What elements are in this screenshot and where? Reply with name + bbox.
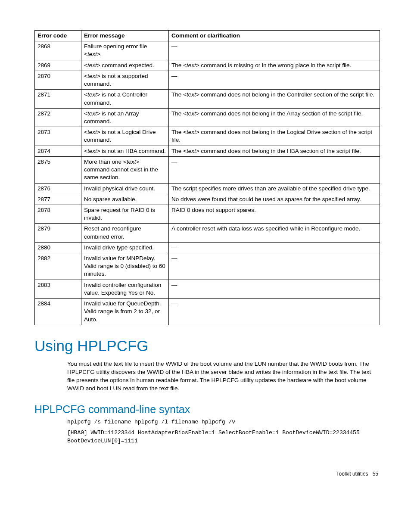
header-error-code: Error code — [35, 31, 81, 41]
cell-comment: — — [169, 41, 380, 60]
heading-command-line-syntax: HPLPCFG command-line syntax — [34, 403, 380, 416]
cell-error-code: 2882 — [35, 253, 81, 280]
cell-error-code: 2868 — [35, 41, 81, 60]
cell-comment: — — [169, 253, 380, 280]
header-error-message: Error message — [81, 31, 169, 41]
cell-error-message: Reset and reconfigure combined error. — [81, 224, 169, 242]
table-row: 2877No spares available.No drives were f… — [35, 194, 380, 205]
cell-error-code: 2869 — [35, 60, 81, 71]
cell-error-code: 2878 — [35, 205, 81, 223]
cell-error-message: <text> is not a Logical Drive command. — [81, 127, 169, 146]
cell-comment: — — [169, 280, 380, 298]
cell-error-code: 2870 — [35, 71, 81, 89]
cell-comment: RAID 0 does not support spares. — [169, 205, 380, 223]
table-header-row: Error code Error message Comment or clar… — [35, 31, 380, 41]
table-row: 2870<text> is not a supported command.— — [35, 71, 380, 89]
cell-error-message: Invalid physical drive count. — [81, 183, 169, 194]
cell-error-message: <text> command expected. — [81, 60, 169, 71]
table-row: 2873<text> is not a Logical Drive comman… — [35, 127, 380, 146]
table-row: 2884Invalid value for QueueDepth. Valid … — [35, 299, 380, 325]
page-footer: Toolkit utilities 55 — [34, 471, 380, 477]
cell-error-code: 2873 — [35, 127, 81, 146]
footer-label: Toolkit utilities — [336, 471, 368, 477]
cell-error-message: <text> is not an Array command. — [81, 108, 169, 127]
cell-comment: The <text> command does not belong in th… — [169, 146, 380, 156]
table-row: 2882Invalid value for MNPDelay. Valid ra… — [35, 253, 380, 280]
cell-error-message: <text> is not a Controller command. — [81, 90, 169, 108]
table-row: 2868Failure opening error file <text>.— — [35, 41, 380, 60]
cell-error-message: Failure opening error file <text>. — [81, 41, 169, 60]
table-row: 2883Invalid controller configuration val… — [35, 280, 380, 298]
table-row: 2871<text> is not a Controller command.T… — [35, 90, 380, 108]
cell-comment: — — [169, 242, 380, 253]
cell-error-code: 2880 — [35, 242, 81, 253]
cell-comment: — — [169, 71, 380, 89]
cell-error-message: <text> is not an HBA command. — [81, 146, 169, 156]
table-row: 2880Invalid drive type specified.— — [35, 242, 380, 253]
table-row: 2872<text> is not an Array command.The <… — [35, 108, 380, 127]
error-code-table: Error code Error message Comment or clar… — [34, 30, 380, 325]
table-row: 2879Reset and reconfigure combined error… — [35, 224, 380, 242]
cell-error-message: More than one <text> command cannot exis… — [81, 156, 169, 183]
cell-comment: The <text> command is missing or in the … — [169, 60, 380, 71]
cell-error-message: Invalid controller configuration value. … — [81, 280, 169, 298]
cell-comment: A controller reset with data loss was sp… — [169, 224, 380, 242]
cell-error-code: 2877 — [35, 194, 81, 205]
table-row: 2878Spare request for RAID 0 is invalid.… — [35, 205, 380, 223]
table-row: 2874<text> is not an HBA command.The <te… — [35, 146, 380, 156]
header-comment: Comment or clarification — [169, 31, 380, 41]
cell-comment: — — [169, 299, 380, 325]
cell-error-message: Invalid value for QueueDepth. Valid rang… — [81, 299, 169, 325]
table-row: 2876Invalid physical drive count.The scr… — [35, 183, 380, 194]
heading-using-hplpcfg: Using HPLPCFG — [34, 337, 380, 355]
cell-comment: The script specifies more drives than ar… — [169, 183, 380, 194]
code-line-2: [HBA0] WWID=11223344 HostAdapterBiosEnab… — [67, 429, 380, 445]
cell-error-code: 2875 — [35, 156, 81, 183]
section1-body: You must edit the text file to insert th… — [67, 360, 380, 393]
footer-page-number: 55 — [373, 471, 378, 477]
cell-error-code: 2876 — [35, 183, 81, 194]
cell-error-code: 2871 — [35, 90, 81, 108]
cell-error-code: 2883 — [35, 280, 81, 298]
cell-error-code: 2874 — [35, 146, 81, 156]
cell-error-message: Spare request for RAID 0 is invalid. — [81, 205, 169, 223]
cell-error-code: 2879 — [35, 224, 81, 242]
cell-error-code: 2884 — [35, 299, 81, 325]
cell-comment: — — [169, 156, 380, 183]
cell-error-message: <text> is not a supported command. — [81, 71, 169, 89]
cell-comment: The <text> command does not belong in th… — [169, 90, 380, 108]
cell-error-message: Invalid value for MNPDelay. Valid range … — [81, 253, 169, 280]
cell-comment: The <text> command does not belong in th… — [169, 108, 380, 127]
cell-error-message: Invalid drive type specified. — [81, 242, 169, 253]
cell-error-message: No spares available. — [81, 194, 169, 205]
code-line-1: hplpcfg /s filename hplpcfg /l filename … — [67, 418, 380, 426]
table-row: 2875More than one <text> command cannot … — [35, 156, 380, 183]
cell-error-code: 2872 — [35, 108, 81, 127]
cell-comment: The <text> command does not belong in th… — [169, 127, 380, 146]
cell-comment: No drives were found that could be used … — [169, 194, 380, 205]
table-row: 2869<text> command expected.The <text> c… — [35, 60, 380, 71]
